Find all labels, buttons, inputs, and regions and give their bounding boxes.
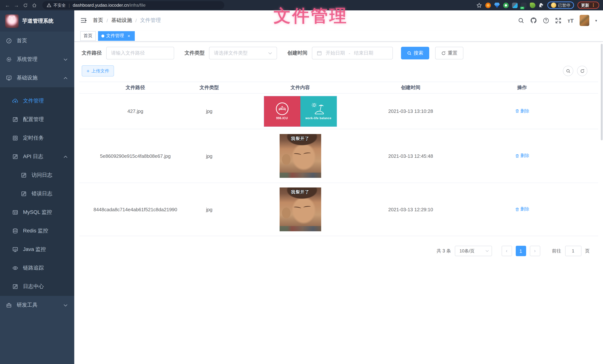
- breadcrumb-home[interactable]: 首页: [93, 17, 103, 24]
- sidebar-submenu-infrastructure: 文件管理 配置管理 定时任务 API 日志: [0, 87, 74, 296]
- extension-icon[interactable]: [485, 2, 491, 8]
- search-button[interactable]: 搜索: [401, 47, 429, 59]
- file-type-cell: jpg: [192, 108, 227, 114]
- extension-icon-on-badge[interactable]: on: [521, 2, 526, 8]
- security-label[interactable]: 不安全: [53, 2, 66, 8]
- refresh-table-button[interactable]: [577, 66, 587, 76]
- profile-avatar: [551, 3, 556, 8]
- sidebar-item-redis-monitor[interactable]: Redis 监控: [0, 222, 74, 240]
- sidebar-item-config-mgmt[interactable]: 配置管理: [0, 110, 74, 129]
- sidebar-item-home[interactable]: 首页: [0, 32, 74, 50]
- sidebar-logo-row[interactable]: 芋道管理系统: [0, 10, 74, 32]
- browser-update-button[interactable]: 更新 ⋮: [577, 1, 599, 9]
- goto-page-input[interactable]: 1: [565, 246, 581, 256]
- warning-icon: [47, 3, 51, 7]
- sidebar-item-infrastructure[interactable]: 基础设施: [0, 69, 74, 87]
- banner-996-side: 996.ICU: [264, 96, 300, 126]
- sidebar-item-java-monitor[interactable]: Java 监控: [0, 240, 74, 259]
- sidebar-item-system-mgmt[interactable]: 系统管理: [0, 50, 74, 69]
- extension-icon[interactable]: [530, 2, 535, 8]
- page-number-button[interactable]: 1: [516, 246, 526, 256]
- chevron-up-icon: [63, 77, 68, 79]
- extension-icon[interactable]: [512, 2, 518, 8]
- hamburger-icon[interactable]: [80, 17, 87, 23]
- url-divider: |: [69, 3, 70, 7]
- sidebar-item-scheduled-jobs[interactable]: 定时任务: [0, 129, 74, 147]
- sidebar-item-mysql-monitor[interactable]: MySQL 监控: [0, 203, 74, 222]
- reset-button[interactable]: 重置: [435, 47, 464, 59]
- sidebar-item-dev-tools[interactable]: 研发工具: [0, 296, 74, 314]
- file-content-cell: 我裂开了: [227, 134, 373, 178]
- font-size-icon[interactable]: ᴛT: [568, 17, 574, 23]
- file-path-placeholder: 请输入文件路径: [111, 50, 145, 57]
- refresh-icon: [580, 68, 585, 73]
- sidebar-item-api-log[interactable]: API 日志: [0, 147, 74, 166]
- banner-balance-side: work-life balance: [300, 96, 336, 126]
- extension-icon[interactable]: [503, 2, 509, 8]
- file-path-cell: 427.jpg: [79, 108, 192, 114]
- bookmark-star-icon[interactable]: [476, 2, 482, 8]
- database-icon: [12, 228, 18, 234]
- profile-chip[interactable]: 已暂停: [547, 1, 574, 9]
- header-search-icon[interactable]: [518, 17, 524, 23]
- chevron-down-icon: [63, 58, 68, 61]
- trash-icon: [515, 154, 519, 158]
- extension-icon[interactable]: [494, 2, 500, 8]
- browser-menu-dots-icon[interactable]: ⋮: [591, 3, 596, 8]
- date-end-placeholder: 结束日期: [354, 50, 373, 57]
- sidebar-item-label: Java 监控: [23, 246, 46, 253]
- fullscreen-icon[interactable]: [555, 17, 562, 23]
- next-page-button[interactable]: ›: [530, 246, 540, 256]
- tag-file-mgmt[interactable]: 文件管理 ×: [98, 31, 135, 41]
- update-label: 更新: [581, 2, 589, 8]
- file-preview-image-crying-baby-meme[interactable]: 我裂开了: [279, 134, 321, 178]
- sidebar-item-label: 基础设施: [17, 75, 37, 81]
- delete-button[interactable]: 删除: [515, 108, 529, 114]
- sidebar-item-tracing[interactable]: 链路追踪: [0, 259, 74, 277]
- tag-close-icon[interactable]: ×: [126, 33, 131, 38]
- file-content-cell: 996.ICU work-life balance: [227, 96, 373, 126]
- sidebar-item-error-log[interactable]: 错误日志: [0, 184, 74, 203]
- sidebar-item-access-log[interactable]: 访问日志: [0, 166, 74, 184]
- browser-refresh-icon[interactable]: [22, 1, 29, 9]
- browser-home-icon[interactable]: [30, 1, 38, 9]
- tag-active-dot: [101, 34, 104, 37]
- browser-forward-icon[interactable]: →: [13, 1, 20, 9]
- delete-button[interactable]: 删除: [515, 206, 529, 213]
- gear-icon: [6, 57, 12, 62]
- breadcrumb-section[interactable]: 基础设施: [111, 17, 132, 24]
- sidebar-item-log-center[interactable]: 日志中心: [0, 277, 74, 296]
- page-size-select[interactable]: 10条/页: [455, 246, 492, 256]
- user-avatar[interactable]: [580, 15, 589, 26]
- prev-page-button[interactable]: ‹: [501, 246, 512, 256]
- tag-home[interactable]: 首页: [80, 31, 96, 41]
- user-caret-down-icon[interactable]: ▾: [595, 18, 597, 23]
- main-area: 首页 / 基础设施 / 文件管理 ᴛT ▾ 首页: [74, 10, 603, 364]
- address-bar[interactable]: 不安全 | dashboard.yudao.iocoder.cn/infra/f…: [42, 1, 224, 9]
- tag-label: 首页: [83, 33, 93, 39]
- extensions-puzzle-icon[interactable]: [539, 3, 544, 8]
- delete-button[interactable]: 删除: [515, 153, 529, 159]
- date-range-picker[interactable]: 开始日期 - 结束日期: [312, 47, 393, 59]
- toggle-search-button[interactable]: [563, 66, 573, 76]
- eye-icon: [12, 265, 18, 271]
- file-type-select[interactable]: 请选择文件类型: [209, 47, 277, 59]
- file-path-input[interactable]: 请输入文件路径: [106, 47, 174, 59]
- sidebar-item-file-mgmt[interactable]: 文件管理: [0, 92, 74, 110]
- overlay-annotation-title: 文件管理: [274, 4, 348, 27]
- pagination: 共 3 条 10条/页 ‹ 1 › 前往 1 页: [79, 246, 590, 256]
- scrollbar[interactable]: [601, 44, 603, 140]
- file-preview-image-996-banner[interactable]: 996.ICU work-life balance: [264, 96, 336, 126]
- column-header: 文件内容: [227, 84, 373, 91]
- docs-question-icon[interactable]: [543, 17, 549, 23]
- table-tools: [563, 66, 596, 76]
- action-cell: 删除: [448, 206, 596, 213]
- file-type-placeholder: 请选择文件类型: [214, 50, 248, 57]
- file-preview-image-crying-baby-meme[interactable]: 我裂开了: [279, 187, 321, 231]
- github-icon[interactable]: [530, 17, 537, 24]
- tags-view-bar: 首页 文件管理 ×: [74, 30, 603, 42]
- browser-back-icon[interactable]: ←: [4, 1, 11, 9]
- column-header: 文件路径: [79, 84, 192, 91]
- upload-file-button[interactable]: + 上传文件: [82, 65, 114, 77]
- search-icon: [566, 68, 570, 73]
